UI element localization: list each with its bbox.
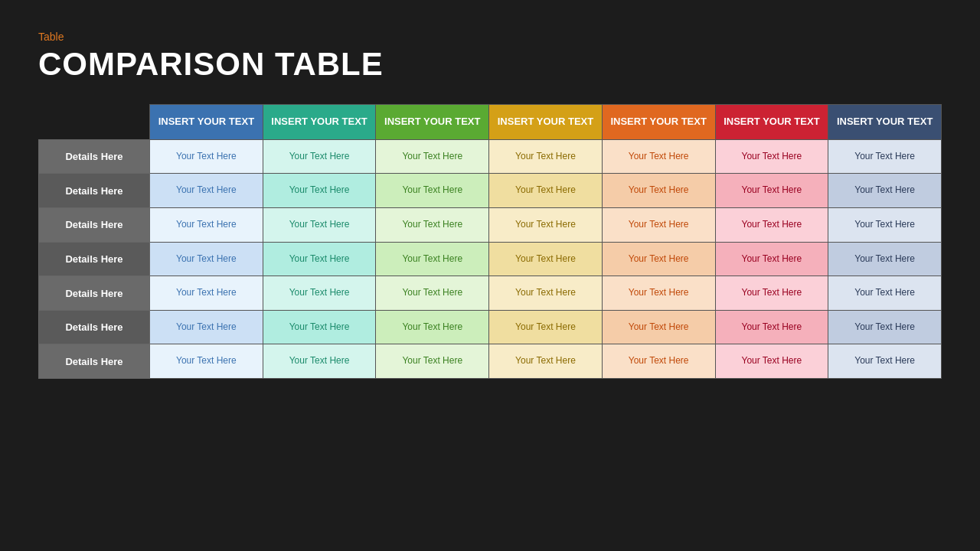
data-cell-red[interactable]: Your Text Here (715, 174, 828, 208)
data-cell-blue[interactable]: Your Text Here (150, 174, 263, 208)
header-cell-orange: INSERT YOUR TEXT (602, 105, 715, 140)
data-cell-red[interactable]: Your Text Here (715, 276, 828, 311)
data-cell-yellow[interactable]: Your Text Here (489, 208, 603, 243)
table-row: Details HereYour Text HereYour Text Here… (39, 139, 942, 174)
data-cell-navy[interactable]: Your Text Here (828, 276, 942, 311)
table-row: Details HereYour Text HereYour Text Here… (39, 276, 942, 311)
data-cell-yellow[interactable]: Your Text Here (489, 310, 603, 344)
data-cell-green[interactable]: Your Text Here (376, 344, 489, 379)
data-cell-blue[interactable]: Your Text Here (150, 139, 263, 174)
comparison-table: INSERT YOUR TEXTINSERT YOUR TEXTINSERT Y… (38, 104, 942, 379)
table-row: Details HereYour Text HereYour Text Here… (39, 208, 942, 243)
data-cell-blue[interactable]: Your Text Here (150, 344, 263, 379)
slide: Table COMPARISON TABLE INSERT YOUR TEXTI… (0, 0, 980, 551)
data-cell-orange[interactable]: Your Text Here (602, 276, 715, 311)
data-cell-blue[interactable]: Your Text Here (150, 276, 263, 311)
data-cell-blue[interactable]: Your Text Here (150, 208, 263, 243)
data-cell-blue[interactable]: Your Text Here (150, 242, 263, 276)
table-row: Details HereYour Text HereYour Text Here… (39, 242, 942, 276)
data-cell-red[interactable]: Your Text Here (715, 208, 828, 243)
data-cell-navy[interactable]: Your Text Here (828, 174, 942, 208)
data-cell-yellow[interactable]: Your Text Here (489, 344, 603, 379)
row-label: Details Here (39, 242, 150, 276)
table-row: Details HereYour Text HereYour Text Here… (39, 174, 942, 208)
header-cell-yellow: INSERT YOUR TEXT (489, 105, 603, 140)
slide-label: Table (38, 31, 942, 43)
data-cell-orange[interactable]: Your Text Here (602, 242, 715, 276)
data-cell-navy[interactable]: Your Text Here (828, 310, 942, 344)
data-cell-red[interactable]: Your Text Here (715, 242, 828, 276)
row-label: Details Here (39, 174, 150, 208)
row-label: Details Here (39, 208, 150, 243)
header-cell-navy: INSERT YOUR TEXT (828, 105, 942, 140)
data-cell-navy[interactable]: Your Text Here (828, 208, 942, 243)
table-row: Details HereYour Text HereYour Text Here… (39, 344, 942, 379)
page-title: COMPARISON TABLE (38, 46, 942, 83)
row-label: Details Here (39, 276, 150, 311)
data-cell-red[interactable]: Your Text Here (715, 139, 828, 174)
header-cell-teal: INSERT YOUR TEXT (263, 105, 376, 140)
data-cell-navy[interactable]: Your Text Here (828, 139, 942, 174)
data-cell-teal[interactable]: Your Text Here (263, 139, 376, 174)
data-cell-red[interactable]: Your Text Here (715, 344, 828, 379)
data-cell-orange[interactable]: Your Text Here (602, 174, 715, 208)
data-cell-yellow[interactable]: Your Text Here (489, 276, 603, 311)
data-cell-yellow[interactable]: Your Text Here (489, 174, 603, 208)
data-cell-green[interactable]: Your Text Here (376, 208, 489, 243)
data-cell-green[interactable]: Your Text Here (376, 242, 489, 276)
data-cell-yellow[interactable]: Your Text Here (489, 242, 603, 276)
data-cell-teal[interactable]: Your Text Here (263, 310, 376, 344)
data-cell-teal[interactable]: Your Text Here (263, 242, 376, 276)
row-label: Details Here (39, 139, 150, 174)
data-cell-blue[interactable]: Your Text Here (150, 310, 263, 344)
row-label: Details Here (39, 310, 150, 344)
data-cell-navy[interactable]: Your Text Here (828, 242, 942, 276)
data-cell-yellow[interactable]: Your Text Here (489, 139, 603, 174)
data-cell-teal[interactable]: Your Text Here (263, 276, 376, 311)
header-cell-green: INSERT YOUR TEXT (376, 105, 489, 140)
data-cell-teal[interactable]: Your Text Here (263, 174, 376, 208)
data-cell-green[interactable]: Your Text Here (376, 276, 489, 311)
header-cell-blue: INSERT YOUR TEXT (150, 105, 263, 140)
data-cell-green[interactable]: Your Text Here (376, 310, 489, 344)
data-cell-red[interactable]: Your Text Here (715, 310, 828, 344)
data-cell-orange[interactable]: Your Text Here (602, 139, 715, 174)
data-cell-green[interactable]: Your Text Here (376, 139, 489, 174)
data-cell-orange[interactable]: Your Text Here (602, 344, 715, 379)
data-cell-green[interactable]: Your Text Here (376, 174, 489, 208)
header-cell-col-label (39, 105, 150, 140)
table-row: Details HereYour Text HereYour Text Here… (39, 310, 942, 344)
data-cell-navy[interactable]: Your Text Here (828, 344, 942, 379)
data-cell-teal[interactable]: Your Text Here (263, 344, 376, 379)
data-cell-teal[interactable]: Your Text Here (263, 208, 376, 243)
header-cell-red: INSERT YOUR TEXT (715, 105, 828, 140)
data-cell-orange[interactable]: Your Text Here (602, 208, 715, 243)
data-cell-orange[interactable]: Your Text Here (602, 310, 715, 344)
row-label: Details Here (39, 344, 150, 379)
